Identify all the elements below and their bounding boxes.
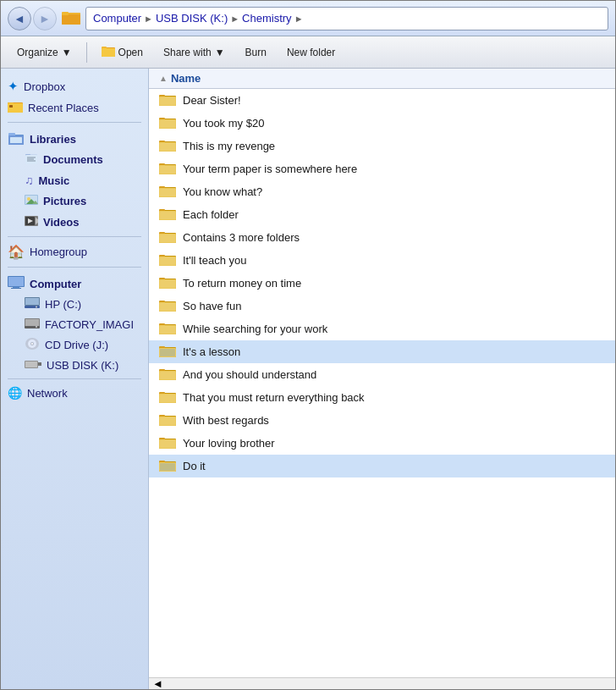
new-folder-label: New folder xyxy=(287,47,335,58)
file-list-header[interactable]: ▲ Name xyxy=(149,69,615,89)
folder-icon xyxy=(159,344,176,360)
address-bar: ◄ ► Computer ► USB DISK (K:) ► Chemistry… xyxy=(1,1,615,36)
list-item[interactable]: It'll teach you xyxy=(149,249,615,272)
folder-icon xyxy=(159,275,176,291)
sidebar-item-videos[interactable]: Videos xyxy=(1,212,148,233)
list-item[interactable]: So have fun xyxy=(149,295,615,317)
svg-rect-39 xyxy=(25,319,39,327)
main-content: ✦ Dropbox Recent Places xyxy=(1,69,615,689)
sidebar-item-recent-places[interactable]: Recent Places xyxy=(1,97,148,119)
pictures-icon xyxy=(25,194,38,208)
horizontal-scrollbar[interactable]: ◄ xyxy=(149,677,615,689)
list-item[interactable]: This is my revenge xyxy=(149,135,615,157)
folder-icon xyxy=(159,458,176,474)
sidebar: ✦ Dropbox Recent Places xyxy=(1,69,149,689)
sidebar-item-homegroup[interactable]: 🏠 Homegroup xyxy=(1,240,148,263)
path-usb[interactable]: USB DISK (K:) xyxy=(156,12,228,25)
svg-rect-54 xyxy=(160,97,175,105)
libraries-icon xyxy=(8,131,25,147)
svg-rect-31 xyxy=(8,277,24,286)
folder-icon xyxy=(159,207,176,223)
organize-dropdown-icon: ▼ xyxy=(62,47,72,58)
list-item[interactable]: That you must return everything back xyxy=(149,386,615,409)
list-item[interactable]: And you should understand xyxy=(149,363,615,386)
documents-icon xyxy=(25,152,38,167)
sidebar-item-pictures[interactable]: Pictures xyxy=(1,190,148,212)
burn-button[interactable]: Burn xyxy=(236,42,276,63)
path-chemistry[interactable]: Chemistry xyxy=(242,12,292,25)
documents-label: Documents xyxy=(43,153,103,166)
open-button[interactable]: Open xyxy=(92,41,152,63)
file-name: You know what? xyxy=(183,185,262,198)
scroll-left-arrow[interactable]: ◄ xyxy=(149,677,167,689)
sidebar-item-documents[interactable]: Documents xyxy=(1,149,148,170)
sidebar-item-hp-c[interactable]: HP (C:) xyxy=(1,294,148,314)
folder-icon xyxy=(159,389,176,406)
list-item[interactable]: Your loving brother xyxy=(149,432,615,455)
file-name: That you must return everything back xyxy=(183,391,365,404)
nav-buttons: ◄ ► xyxy=(8,7,57,30)
folder-icon xyxy=(159,184,176,200)
svg-rect-134 xyxy=(160,463,175,471)
file-name: While searching for your work xyxy=(183,323,327,335)
share-with-button[interactable]: Share with ▼ xyxy=(154,42,234,63)
sidebar-item-dropbox[interactable]: ✦ Dropbox xyxy=(1,75,148,97)
cd-drive-label: CD Drive (J:) xyxy=(45,339,108,351)
list-item[interactable]: You know what? xyxy=(149,180,615,203)
list-item[interactable]: With best regards xyxy=(149,409,615,432)
new-folder-button[interactable]: New folder xyxy=(278,42,344,63)
sidebar-item-network[interactable]: 🌐 Network xyxy=(1,383,148,403)
network-label: Network xyxy=(27,387,68,400)
list-item[interactable]: You took my $20 xyxy=(149,112,615,135)
back-button[interactable]: ◄ xyxy=(8,7,31,30)
svg-rect-3 xyxy=(62,12,69,15)
sidebar-computer[interactable]: Computer xyxy=(1,271,148,294)
sidebar-divider-1 xyxy=(8,122,141,123)
sidebar-divider-3 xyxy=(8,267,141,268)
sidebar-item-factory[interactable]: FACTORY_IMAGI xyxy=(1,314,148,334)
svg-rect-109 xyxy=(160,349,175,356)
svg-point-41 xyxy=(36,326,37,328)
list-item[interactable]: To return money on time xyxy=(149,272,615,295)
list-item[interactable]: Dear Sister! xyxy=(149,89,615,112)
list-item[interactable]: While searching for your work xyxy=(149,317,615,340)
svg-rect-64 xyxy=(160,143,175,151)
list-item[interactable]: Contains 3 more folders xyxy=(149,226,615,249)
svg-point-45 xyxy=(31,343,33,345)
svg-rect-49 xyxy=(38,364,41,366)
svg-rect-114 xyxy=(160,372,175,379)
list-item[interactable]: It's a lesson xyxy=(149,340,615,363)
folder-icon xyxy=(159,321,176,337)
open-label: Open xyxy=(118,47,143,58)
factory-drive-label: FACTORY_IMAGI xyxy=(45,318,134,331)
computer-icon xyxy=(8,276,25,292)
sidebar-divider-4 xyxy=(8,378,141,379)
pictures-label: Pictures xyxy=(43,195,86,207)
videos-icon xyxy=(25,215,38,229)
svg-rect-6 xyxy=(102,48,115,57)
list-item[interactable]: Each folder xyxy=(149,203,615,226)
share-dropdown-icon: ▼ xyxy=(215,47,225,58)
folder-icon xyxy=(159,115,176,131)
path-computer[interactable]: Computer xyxy=(93,12,141,25)
videos-label: Videos xyxy=(43,216,79,229)
svg-rect-14 xyxy=(10,137,22,143)
svg-rect-35 xyxy=(25,298,39,305)
list-item[interactable]: Do it xyxy=(149,455,615,477)
list-item[interactable]: Your term paper is somewhere here xyxy=(149,157,615,180)
network-icon: 🌐 xyxy=(8,386,22,400)
sidebar-item-usb-disk[interactable]: USB DISK (K:) xyxy=(1,356,148,375)
svg-rect-89 xyxy=(160,257,175,265)
music-label: Music xyxy=(39,174,70,187)
svg-rect-10 xyxy=(9,105,13,108)
organize-button[interactable]: Organize ▼ xyxy=(8,42,81,63)
address-path[interactable]: Computer ► USB DISK (K:) ► Chemistry ► xyxy=(85,7,608,30)
computer-label: Computer xyxy=(30,278,81,290)
libraries-label: Libraries xyxy=(30,133,76,146)
folder-icon xyxy=(159,412,176,428)
svg-rect-74 xyxy=(160,189,175,196)
sidebar-item-cd-drive[interactable]: CD Drive (J:) xyxy=(1,334,148,356)
sidebar-item-music[interactable]: ♫ Music xyxy=(1,170,148,190)
forward-button[interactable]: ► xyxy=(33,7,57,30)
sidebar-libraries[interactable]: Libraries xyxy=(1,126,148,149)
